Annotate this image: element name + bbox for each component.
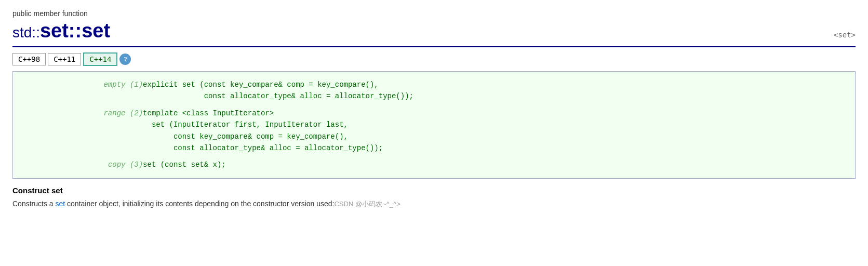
construct-desc: Constructs a set container object, initi… [12,198,856,210]
label-empty: empty (1) [21,78,143,103]
code-table: empty (1) explicit set (const key_compar… [21,78,847,172]
tab-cpp98[interactable]: C++98 [12,53,46,65]
code-row-range: range (2) template <class InputIterator>… [21,107,847,155]
construct-title: Construct set [12,186,856,195]
code-row-copy: copy (3) set (const set& x); [21,158,847,171]
include-header: <set> [834,31,856,39]
title-line: std::set::set <set> [12,20,856,42]
title-divider [12,46,856,47]
tabs-row: C++98 C++11 C++14 ? [12,52,856,66]
label-range: range (2) [21,107,143,155]
code-box: empty (1) explicit set (const key_compar… [12,71,856,179]
tab-cpp11[interactable]: C++11 [48,53,81,65]
desc-link[interactable]: set [55,200,65,208]
code-empty: explicit set (const key_compare& comp = … [143,78,847,103]
tab-cpp14[interactable]: C++14 [83,52,117,66]
label-copy: copy (3) [21,158,143,171]
code-range: template <class InputIterator> set (Inpu… [143,107,847,155]
code-copy: set (const set& x); [143,158,847,171]
page-title: std::set::set [12,20,110,42]
desc-after: container object, initializing its conte… [65,200,334,208]
code-row-empty: empty (1) explicit set (const key_compar… [21,78,847,103]
function-name: set::set [40,20,110,42]
namespace-prefix: std:: [12,24,40,41]
help-icon[interactable]: ? [119,54,131,65]
public-member-label: public member function [12,9,856,18]
desc-before: Constructs a [12,200,55,208]
watermark: CSDN @小码农~^_^> [334,200,400,208]
